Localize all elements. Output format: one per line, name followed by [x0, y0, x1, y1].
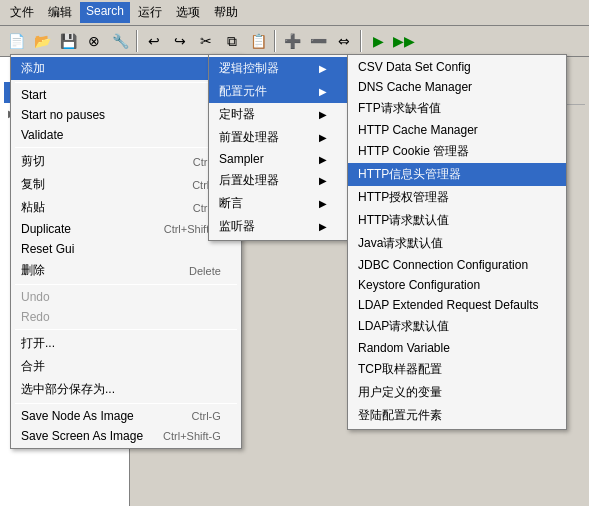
menu-run[interactable]: 运行: [132, 2, 168, 23]
copy-button[interactable]: ⧉: [220, 29, 244, 53]
menu-item-keystore-label: Keystore Configuration: [358, 278, 480, 292]
menu-item-loginconfig-label: 登陆配置元件素: [358, 407, 442, 424]
menu-item-javareq-label: Java请求默认值: [358, 235, 443, 252]
sep-5: [15, 403, 237, 404]
menu-item-sampler[interactable]: Sampler ▶: [209, 149, 347, 169]
menu-item-saveas[interactable]: 选中部分保存为...: [11, 378, 241, 401]
savenodeimage-shortcut: Ctrl-G: [192, 410, 221, 422]
paste-button[interactable]: 📋: [246, 29, 270, 53]
menu-item-validate[interactable]: Validate: [11, 125, 241, 145]
play-button[interactable]: ▶: [366, 29, 390, 53]
menu-item-listener-label: 监听器: [219, 218, 255, 235]
menu-item-paste[interactable]: 粘贴 Ctrl-V: [11, 196, 241, 219]
menu-item-logic-label: 逻辑控制器: [219, 60, 279, 77]
sep-2: [15, 147, 237, 148]
menu-item-javareq[interactable]: Java请求默认值: [348, 232, 566, 255]
menu-item-snp-label: Start no pauses: [21, 108, 105, 122]
remove-button[interactable]: ➖: [306, 29, 330, 53]
sep-3: [15, 284, 237, 285]
menu-item-cut-label: 剪切: [21, 153, 45, 170]
menu-item-ldap-label: LDAP请求默认值: [358, 318, 449, 335]
menu-item-delete[interactable]: 删除 Delete: [11, 259, 241, 282]
sep-4: [15, 329, 237, 330]
logic-submenu-arrow: ▶: [319, 63, 327, 74]
config-submenu-arrow: ▶: [319, 86, 327, 97]
timer-submenu-arrow: ▶: [319, 109, 327, 120]
menu-item-httpreqdefault-label: HTTP请求默认值: [358, 212, 449, 229]
new-button[interactable]: 📄: [4, 29, 28, 53]
menu-item-random[interactable]: Random Variable: [348, 338, 566, 358]
menu-item-resetgui[interactable]: Reset Gui: [11, 239, 241, 259]
menu-item-httpcache-label: HTTP Cache Manager: [358, 123, 478, 137]
menu-item-savescreenimage[interactable]: Save Screen As Image Ctrl+Shift-G: [11, 426, 241, 446]
redo-button[interactable]: ↪: [168, 29, 192, 53]
menu-item-timer[interactable]: 定时器 ▶: [209, 103, 347, 126]
menu-item-httpcache[interactable]: HTTP Cache Manager: [348, 120, 566, 140]
undo-button[interactable]: ↩: [142, 29, 166, 53]
menubar: 文件 编辑 Search 运行 选项 帮助: [0, 0, 589, 26]
menu-item-dns[interactable]: DNS Cache Manager: [348, 77, 566, 97]
menu-item-assertion-label: 断言: [219, 195, 243, 212]
menu-options[interactable]: 选项: [170, 2, 206, 23]
menu-item-httpcookie[interactable]: HTTP Cookie 管理器: [348, 140, 566, 163]
menu-item-loginconfig[interactable]: 登陆配置元件素: [348, 404, 566, 427]
menu-item-ldap[interactable]: LDAP请求默认值: [348, 315, 566, 338]
close-button[interactable]: ⊗: [82, 29, 106, 53]
menu-item-postprocessor-label: 后置处理器: [219, 172, 279, 189]
properties-button[interactable]: 🔧: [108, 29, 132, 53]
toolbar: 📄 📂 💾 ⊗ 🔧 ↩ ↪ ✂ ⧉ 📋 ➕ ➖ ⇔ ▶ ▶▶: [0, 26, 589, 57]
menu-item-copy[interactable]: 复制 Ctrl-C: [11, 173, 241, 196]
menu-item-httpauth[interactable]: HTTP授权管理器: [348, 186, 566, 209]
expand-button[interactable]: ⇔: [332, 29, 356, 53]
menu-item-sampler-label: Sampler: [219, 152, 264, 166]
menu-item-config-label: 配置元件: [219, 83, 267, 100]
menu-item-start[interactable]: Start: [11, 85, 241, 105]
menu-item-keystore[interactable]: Keystore Configuration: [348, 275, 566, 295]
menu-search[interactable]: Search: [80, 2, 130, 23]
menu-item-dup-label: Duplicate: [21, 222, 71, 236]
menu-item-tcp[interactable]: TCP取样器配置: [348, 358, 566, 381]
menu-item-merge[interactable]: 合并: [11, 355, 241, 378]
menu-edit[interactable]: 编辑: [42, 2, 78, 23]
menu-item-uservar[interactable]: 用户定义的变量: [348, 381, 566, 404]
menu-item-saveas-label: 选中部分保存为...: [21, 381, 115, 398]
menu-help[interactable]: 帮助: [208, 2, 244, 23]
stop-button[interactable]: ▶▶: [392, 29, 416, 53]
menu-item-undo-label: Undo: [21, 290, 50, 304]
menu-item-logic[interactable]: 逻辑控制器 ▶: [209, 57, 347, 80]
menu-item-redo: Redo: [11, 307, 241, 327]
toolbar-sep-3: [360, 30, 362, 52]
menu-item-preprocessor[interactable]: 前置处理器 ▶: [209, 126, 347, 149]
add-button[interactable]: ➕: [280, 29, 304, 53]
menu-item-add[interactable]: 添加 ▶: [11, 57, 241, 80]
menu-item-ldapext[interactable]: LDAP Extended Request Defaults: [348, 295, 566, 315]
menu-item-savescreenimage-label: Save Screen As Image: [21, 429, 143, 443]
menu-item-savenodeimage-label: Save Node As Image: [21, 409, 134, 423]
menu-item-csv-label: CSV Data Set Config: [358, 60, 471, 74]
menu-file[interactable]: 文件: [4, 2, 40, 23]
menu-item-merge-label: 合并: [21, 358, 45, 375]
menu-item-httpheader-label: HTTP信息头管理器: [358, 166, 461, 183]
menu-item-duplicate[interactable]: Duplicate Ctrl+Shift-C: [11, 219, 241, 239]
menu-item-undo: Undo: [11, 287, 241, 307]
menu-item-csv[interactable]: CSV Data Set Config: [348, 57, 566, 77]
menu-item-start-no-pauses[interactable]: Start no pauses: [11, 105, 241, 125]
menu-item-postprocessor[interactable]: 后置处理器 ▶: [209, 169, 347, 192]
save-button[interactable]: 💾: [56, 29, 80, 53]
menu-item-config[interactable]: 配置元件 ▶: [209, 80, 347, 103]
menu-item-assertion[interactable]: 断言 ▶: [209, 192, 347, 215]
cut-button[interactable]: ✂: [194, 29, 218, 53]
menu-item-savenodeimage[interactable]: Save Node As Image Ctrl-G: [11, 406, 241, 426]
menu-item-ftp[interactable]: FTP请求缺省值: [348, 97, 566, 120]
menu-item-jdbc[interactable]: JDBC Connection Configuration: [348, 255, 566, 275]
assertion-submenu-arrow: ▶: [319, 198, 327, 209]
open-button[interactable]: 📂: [30, 29, 54, 53]
menu-item-httpreqdefault[interactable]: HTTP请求默认值: [348, 209, 566, 232]
menu-item-httpheader[interactable]: HTTP信息头管理器: [348, 163, 566, 186]
sep-1: [15, 82, 237, 83]
menu-item-open[interactable]: 打开...: [11, 332, 241, 355]
menu-item-cut[interactable]: 剪切 Ctrl-X: [11, 150, 241, 173]
menu-item-listener[interactable]: 监听器 ▶: [209, 215, 347, 238]
menu-item-httpcookie-label: HTTP Cookie 管理器: [358, 143, 469, 160]
menu-item-preprocessor-label: 前置处理器: [219, 129, 279, 146]
